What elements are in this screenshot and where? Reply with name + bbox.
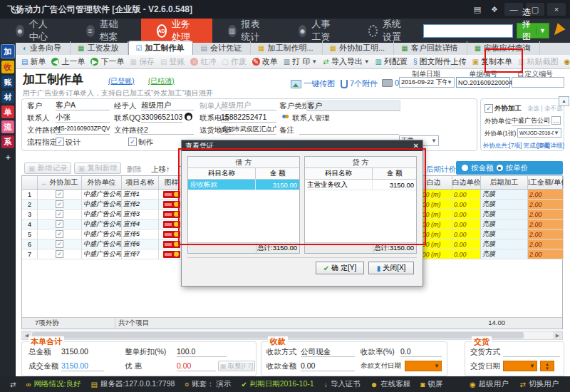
feedback-icon[interactable]: ▤	[470, 3, 484, 16]
status-item-right-1[interactable]: ◉超级用户	[470, 379, 509, 389]
image-search-input[interactable]	[423, 24, 513, 38]
status-item-left-2[interactable]: ∞网络情况:良好	[26, 379, 81, 389]
payment-rate-field[interactable]: 0.0	[400, 347, 442, 357]
toolbar-button-10[interactable]: 导入导出▼	[320, 56, 372, 68]
row-checkbox[interactable]: ✓	[56, 230, 63, 238]
nav-item-6[interactable]: 系统设置	[353, 19, 423, 43]
ok-button[interactable]: ✔ 确 定[Y]	[316, 262, 364, 274]
address-field[interactable]: 成都市武侯区汇点广场	[221, 125, 276, 135]
posted-badge[interactable]: (已登账)	[108, 76, 135, 86]
nav-item-5[interactable]: ☻人事工资	[283, 19, 353, 43]
row-checkbox[interactable]: ✓	[56, 250, 63, 258]
tab-4[interactable]: ▤会计凭证	[193, 41, 250, 55]
phone-field[interactable]: 15882252471	[221, 113, 276, 123]
sidebar-item-3[interactable]: 账	[1, 76, 14, 88]
send-image-link[interactable]: 一键传图	[291, 78, 335, 89]
sidebar-item-7[interactable]: 系	[1, 135, 14, 148]
toolbar-button-2[interactable]: 上一单	[48, 56, 88, 68]
toolbar-button-6[interactable]: 红冲	[187, 56, 219, 68]
chevron-down-icon[interactable]: ▼	[536, 27, 549, 34]
browse-button[interactable]: …	[551, 116, 561, 125]
outsource-order-combo[interactable]: WXJGD-2016-09-22-0001 ▼	[517, 128, 561, 138]
toolbar-button-11[interactable]: 列配置	[373, 56, 410, 68]
chevron-down-icon[interactable]: ▼	[434, 363, 441, 369]
handler-field[interactable]: 超级用户	[141, 100, 194, 110]
discount-field[interactable]: 100.0	[177, 347, 227, 357]
attachments-link[interactable]: 7个附件	[341, 78, 378, 89]
row-checkbox[interactable]: ✓	[56, 240, 63, 248]
nav-item-2[interactable]: ≡基础档案	[71, 19, 141, 43]
spinner-down-icon[interactable]: ▼	[545, 366, 549, 371]
sample-image-icon[interactable]	[163, 231, 180, 238]
print-count-link[interactable]: 0	[382, 78, 399, 87]
tab-8[interactable]: ▦应收应付查询	[467, 41, 540, 55]
row-checkbox[interactable]: ✓	[56, 200, 63, 208]
cone-icon[interactable]	[550, 23, 565, 38]
preferential-field[interactable]: 0.00	[177, 361, 216, 371]
status-item-left-7[interactable]: ☻在线客服	[370, 379, 411, 389]
scroll-right-icon[interactable]: ▶	[553, 331, 562, 339]
tab-2[interactable]: ▦工资发放	[71, 41, 128, 55]
doc-no-field[interactable]: NO.201609220004	[456, 77, 510, 88]
date-combo[interactable]: 2016-09-22 下午 02:0 ▼	[399, 77, 455, 88]
chevron-down-icon[interactable]: ▼	[364, 58, 370, 65]
status-item-left-5[interactable]: ✔到期日期2016-10-1	[241, 379, 314, 389]
row-checkbox[interactable]: ✓	[56, 190, 63, 198]
design-checkbox[interactable]: ✓	[56, 138, 64, 146]
customer-field[interactable]: 客户A	[56, 100, 110, 110]
chevron-down-icon[interactable]: ▼	[529, 363, 537, 369]
sample-image-icon[interactable]	[163, 251, 180, 258]
contact-field[interactable]: 小张	[56, 113, 110, 123]
path1-field[interactable]: MS-20160903ZPQV:D:\	[56, 125, 110, 135]
path2-field[interactable]	[141, 125, 194, 135]
delete-button[interactable]: 删除	[127, 165, 142, 175]
tab-7[interactable]: ▦客户回款详情	[394, 41, 467, 55]
toolbar-button-8[interactable]: 改单	[249, 56, 281, 68]
sidebar-item-1[interactable]: 加	[1, 44, 15, 58]
sidebar-item-8[interactable]: ＋	[1, 150, 14, 163]
round-button[interactable]: ▣取整[F7]	[218, 361, 255, 371]
outsource-checkbox[interactable]: ✓	[484, 104, 493, 113]
toolbar-button-5[interactable]: 登账	[157, 56, 187, 68]
skin-icon[interactable]: ❖	[487, 3, 502, 16]
toolbar-button-1[interactable]: 新单	[19, 56, 48, 68]
toolbar-button-7[interactable]: 作废	[219, 56, 249, 68]
nav-item-1[interactable]: ☻个人中心	[0, 19, 71, 43]
dialog-titlebar[interactable]: 查看凭证 ✕	[182, 140, 423, 151]
delivery-date-combo[interactable]: ▼	[503, 361, 537, 371]
make-checkbox[interactable]: ✓	[128, 138, 137, 146]
select-image-button[interactable]: 选择图片 ▼	[517, 23, 549, 38]
select-all-link[interactable]: 全选 | 全不选	[527, 105, 562, 113]
payment-method-field[interactable]: 公司现金	[301, 347, 355, 357]
add-record-button[interactable]: ▣新增记录	[24, 163, 71, 174]
outsource-unit-field[interactable]: 中盛广告公司	[512, 116, 550, 126]
status-item-left-1[interactable]: ⇄	[10, 381, 16, 388]
dialog-close-icon[interactable]: ✕	[413, 142, 419, 150]
status-item-left-4[interactable]: ¤账套： 演示	[185, 379, 231, 389]
sample-image-icon[interactable]	[163, 191, 180, 198]
payment-amount-field[interactable]: 0.00	[301, 361, 355, 371]
toolbar-button-13[interactable]: 复制本单	[470, 56, 515, 68]
delivery-method-field[interactable]	[503, 347, 560, 357]
chevron-down-icon[interactable]: ▼	[554, 130, 559, 136]
toolbar-button-4[interactable]: 保存	[127, 56, 157, 68]
debit-row[interactable]: 应收帐款 3150.00	[188, 180, 299, 190]
remark-field[interactable]	[299, 125, 399, 135]
by-price-radio[interactable]	[497, 165, 503, 171]
toolbar-button-3[interactable]: 下一单	[88, 56, 127, 68]
view-detail-link[interactable]: (查看详细)	[536, 142, 564, 150]
by-amount-radio[interactable]	[462, 165, 468, 171]
tab-6[interactable]: ▦外协加工明...	[323, 41, 395, 55]
toolbar-button-9[interactable]: 打 印▼	[281, 56, 320, 68]
tab-5[interactable]: ▦加工制作明...	[251, 41, 323, 55]
nav-item-3[interactable]: AD业务处理	[141, 19, 212, 43]
sidebar-item-5[interactable]: 单	[1, 105, 14, 118]
sample-image-icon[interactable]	[163, 241, 180, 248]
sample-image-icon[interactable]	[163, 211, 180, 218]
dialog-close-button[interactable]: ▮ 关闭[X]	[368, 262, 414, 274]
row-checkbox[interactable]: ✓	[56, 220, 63, 228]
delivery-time-spinner[interactable]: ▲▼	[540, 361, 554, 371]
chevron-down-icon[interactable]: ▼	[447, 79, 452, 86]
credit-row[interactable]: 主营业务收入 3150.00	[305, 180, 416, 190]
custom-no-field[interactable]	[512, 77, 564, 88]
